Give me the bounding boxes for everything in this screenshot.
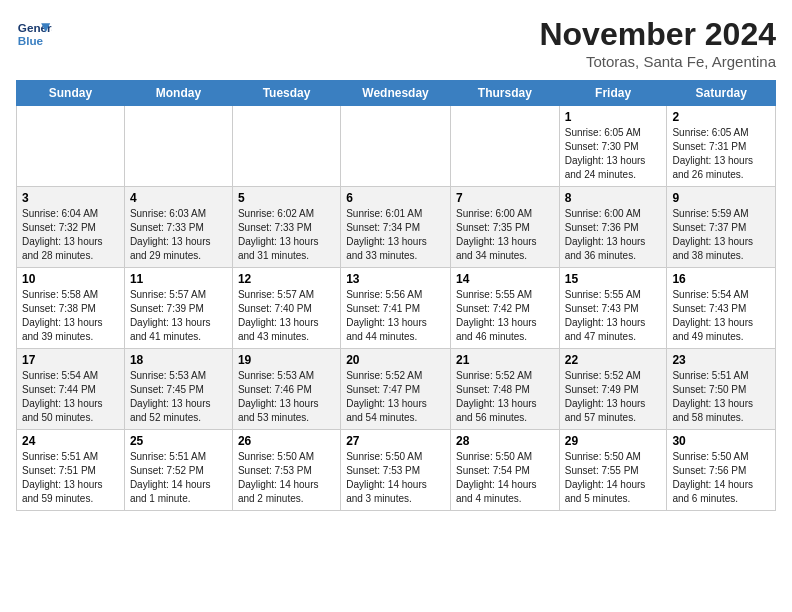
calendar-cell: 5Sunrise: 6:02 AM Sunset: 7:33 PM Daylig…	[232, 187, 340, 268]
day-number: 30	[672, 434, 770, 448]
day-number: 9	[672, 191, 770, 205]
calendar-cell: 16Sunrise: 5:54 AM Sunset: 7:43 PM Dayli…	[667, 268, 776, 349]
day-info: Sunrise: 5:52 AM Sunset: 7:49 PM Dayligh…	[565, 369, 662, 425]
calendar-week-row: 24Sunrise: 5:51 AM Sunset: 7:51 PM Dayli…	[17, 430, 776, 511]
day-info: Sunrise: 5:50 AM Sunset: 7:54 PM Dayligh…	[456, 450, 554, 506]
day-info: Sunrise: 5:57 AM Sunset: 7:39 PM Dayligh…	[130, 288, 227, 344]
day-info: Sunrise: 6:03 AM Sunset: 7:33 PM Dayligh…	[130, 207, 227, 263]
day-number: 19	[238, 353, 335, 367]
weekday-header-sunday: Sunday	[17, 81, 125, 106]
day-info: Sunrise: 5:59 AM Sunset: 7:37 PM Dayligh…	[672, 207, 770, 263]
day-number: 5	[238, 191, 335, 205]
calendar-week-row: 10Sunrise: 5:58 AM Sunset: 7:38 PM Dayli…	[17, 268, 776, 349]
logo-icon: General Blue	[16, 16, 52, 52]
day-number: 12	[238, 272, 335, 286]
calendar-cell: 25Sunrise: 5:51 AM Sunset: 7:52 PM Dayli…	[124, 430, 232, 511]
weekday-header-tuesday: Tuesday	[232, 81, 340, 106]
day-number: 7	[456, 191, 554, 205]
day-number: 28	[456, 434, 554, 448]
day-number: 29	[565, 434, 662, 448]
calendar-cell: 20Sunrise: 5:52 AM Sunset: 7:47 PM Dayli…	[341, 349, 451, 430]
title-block: November 2024 Totoras, Santa Fe, Argenti…	[539, 16, 776, 70]
calendar-cell: 27Sunrise: 5:50 AM Sunset: 7:53 PM Dayli…	[341, 430, 451, 511]
day-info: Sunrise: 5:50 AM Sunset: 7:53 PM Dayligh…	[346, 450, 445, 506]
calendar-cell: 14Sunrise: 5:55 AM Sunset: 7:42 PM Dayli…	[450, 268, 559, 349]
day-number: 6	[346, 191, 445, 205]
calendar-cell: 22Sunrise: 5:52 AM Sunset: 7:49 PM Dayli…	[559, 349, 667, 430]
day-info: Sunrise: 5:56 AM Sunset: 7:41 PM Dayligh…	[346, 288, 445, 344]
day-info: Sunrise: 5:55 AM Sunset: 7:43 PM Dayligh…	[565, 288, 662, 344]
calendar-cell: 19Sunrise: 5:53 AM Sunset: 7:46 PM Dayli…	[232, 349, 340, 430]
calendar-cell: 29Sunrise: 5:50 AM Sunset: 7:55 PM Dayli…	[559, 430, 667, 511]
calendar-cell	[17, 106, 125, 187]
day-info: Sunrise: 5:51 AM Sunset: 7:51 PM Dayligh…	[22, 450, 119, 506]
calendar-cell: 12Sunrise: 5:57 AM Sunset: 7:40 PM Dayli…	[232, 268, 340, 349]
day-number: 27	[346, 434, 445, 448]
calendar-cell: 4Sunrise: 6:03 AM Sunset: 7:33 PM Daylig…	[124, 187, 232, 268]
day-number: 14	[456, 272, 554, 286]
day-number: 16	[672, 272, 770, 286]
calendar-cell	[450, 106, 559, 187]
day-info: Sunrise: 6:05 AM Sunset: 7:31 PM Dayligh…	[672, 126, 770, 182]
calendar-cell: 15Sunrise: 5:55 AM Sunset: 7:43 PM Dayli…	[559, 268, 667, 349]
day-number: 21	[456, 353, 554, 367]
day-info: Sunrise: 5:50 AM Sunset: 7:55 PM Dayligh…	[565, 450, 662, 506]
calendar-table: SundayMondayTuesdayWednesdayThursdayFrid…	[16, 80, 776, 511]
day-info: Sunrise: 5:54 AM Sunset: 7:43 PM Dayligh…	[672, 288, 770, 344]
calendar-cell: 7Sunrise: 6:00 AM Sunset: 7:35 PM Daylig…	[450, 187, 559, 268]
day-info: Sunrise: 5:57 AM Sunset: 7:40 PM Dayligh…	[238, 288, 335, 344]
day-number: 15	[565, 272, 662, 286]
calendar-subtitle: Totoras, Santa Fe, Argentina	[539, 53, 776, 70]
day-info: Sunrise: 5:52 AM Sunset: 7:47 PM Dayligh…	[346, 369, 445, 425]
calendar-cell: 6Sunrise: 6:01 AM Sunset: 7:34 PM Daylig…	[341, 187, 451, 268]
day-number: 4	[130, 191, 227, 205]
day-number: 24	[22, 434, 119, 448]
day-info: Sunrise: 5:50 AM Sunset: 7:56 PM Dayligh…	[672, 450, 770, 506]
logo: General Blue	[16, 16, 52, 52]
day-info: Sunrise: 5:54 AM Sunset: 7:44 PM Dayligh…	[22, 369, 119, 425]
calendar-title: November 2024	[539, 16, 776, 53]
day-number: 10	[22, 272, 119, 286]
calendar-cell: 8Sunrise: 6:00 AM Sunset: 7:36 PM Daylig…	[559, 187, 667, 268]
calendar-cell: 13Sunrise: 5:56 AM Sunset: 7:41 PM Dayli…	[341, 268, 451, 349]
calendar-cell: 9Sunrise: 5:59 AM Sunset: 7:37 PM Daylig…	[667, 187, 776, 268]
calendar-cell: 21Sunrise: 5:52 AM Sunset: 7:48 PM Dayli…	[450, 349, 559, 430]
day-number: 20	[346, 353, 445, 367]
day-number: 23	[672, 353, 770, 367]
day-info: Sunrise: 6:05 AM Sunset: 7:30 PM Dayligh…	[565, 126, 662, 182]
weekday-header-thursday: Thursday	[450, 81, 559, 106]
calendar-week-row: 1Sunrise: 6:05 AM Sunset: 7:30 PM Daylig…	[17, 106, 776, 187]
day-info: Sunrise: 5:53 AM Sunset: 7:46 PM Dayligh…	[238, 369, 335, 425]
calendar-week-row: 3Sunrise: 6:04 AM Sunset: 7:32 PM Daylig…	[17, 187, 776, 268]
day-number: 22	[565, 353, 662, 367]
day-number: 2	[672, 110, 770, 124]
day-info: Sunrise: 6:00 AM Sunset: 7:35 PM Dayligh…	[456, 207, 554, 263]
calendar-cell	[124, 106, 232, 187]
calendar-cell: 2Sunrise: 6:05 AM Sunset: 7:31 PM Daylig…	[667, 106, 776, 187]
weekday-header-friday: Friday	[559, 81, 667, 106]
day-info: Sunrise: 5:55 AM Sunset: 7:42 PM Dayligh…	[456, 288, 554, 344]
calendar-cell: 30Sunrise: 5:50 AM Sunset: 7:56 PM Dayli…	[667, 430, 776, 511]
day-info: Sunrise: 6:02 AM Sunset: 7:33 PM Dayligh…	[238, 207, 335, 263]
calendar-cell: 28Sunrise: 5:50 AM Sunset: 7:54 PM Dayli…	[450, 430, 559, 511]
day-info: Sunrise: 6:04 AM Sunset: 7:32 PM Dayligh…	[22, 207, 119, 263]
day-number: 13	[346, 272, 445, 286]
calendar-cell: 24Sunrise: 5:51 AM Sunset: 7:51 PM Dayli…	[17, 430, 125, 511]
day-number: 25	[130, 434, 227, 448]
day-info: Sunrise: 6:01 AM Sunset: 7:34 PM Dayligh…	[346, 207, 445, 263]
day-info: Sunrise: 5:51 AM Sunset: 7:50 PM Dayligh…	[672, 369, 770, 425]
day-info: Sunrise: 5:50 AM Sunset: 7:53 PM Dayligh…	[238, 450, 335, 506]
day-number: 3	[22, 191, 119, 205]
calendar-cell: 11Sunrise: 5:57 AM Sunset: 7:39 PM Dayli…	[124, 268, 232, 349]
weekday-header-row: SundayMondayTuesdayWednesdayThursdayFrid…	[17, 81, 776, 106]
day-number: 18	[130, 353, 227, 367]
day-number: 11	[130, 272, 227, 286]
weekday-header-monday: Monday	[124, 81, 232, 106]
day-number: 1	[565, 110, 662, 124]
calendar-cell: 26Sunrise: 5:50 AM Sunset: 7:53 PM Dayli…	[232, 430, 340, 511]
calendar-cell: 3Sunrise: 6:04 AM Sunset: 7:32 PM Daylig…	[17, 187, 125, 268]
weekday-header-wednesday: Wednesday	[341, 81, 451, 106]
calendar-cell: 18Sunrise: 5:53 AM Sunset: 7:45 PM Dayli…	[124, 349, 232, 430]
day-info: Sunrise: 5:51 AM Sunset: 7:52 PM Dayligh…	[130, 450, 227, 506]
day-info: Sunrise: 6:00 AM Sunset: 7:36 PM Dayligh…	[565, 207, 662, 263]
